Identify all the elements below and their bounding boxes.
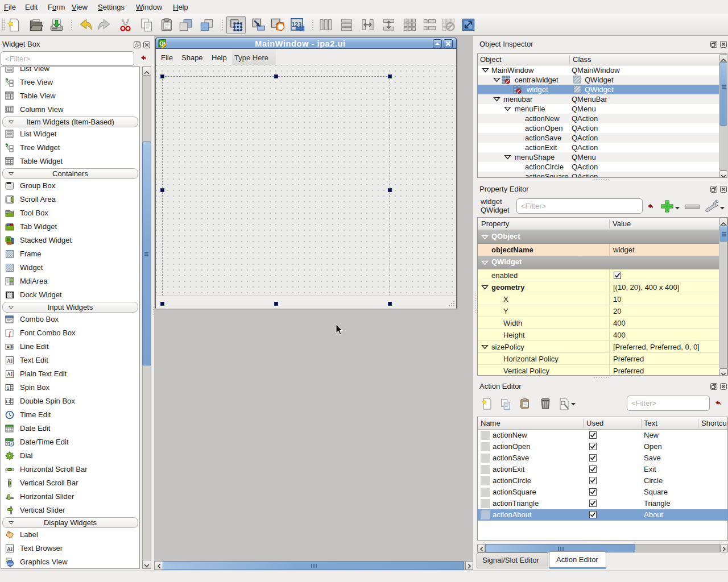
svg-text:AI: AI	[7, 371, 13, 377]
svg-text:AB: AB	[6, 345, 12, 349]
svg-text:1: 1	[6, 385, 9, 391]
svg-text:abc: abc	[7, 562, 14, 566]
svg-text:123: 123	[291, 21, 301, 28]
svg-text:1.2: 1.2	[5, 400, 11, 404]
svg-text:AI: AI	[7, 357, 13, 364]
